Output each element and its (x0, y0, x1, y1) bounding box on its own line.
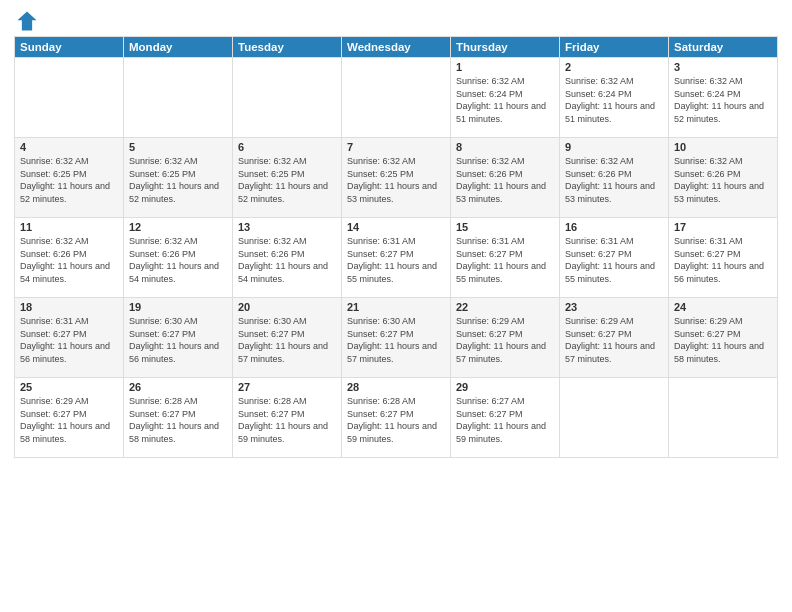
calendar-cell: 16Sunrise: 6:31 AM Sunset: 6:27 PM Dayli… (560, 218, 669, 298)
day-number: 2 (565, 61, 663, 73)
day-info: Sunrise: 6:31 AM Sunset: 6:27 PM Dayligh… (565, 235, 663, 285)
calendar-cell (233, 58, 342, 138)
logo-icon (16, 10, 38, 32)
day-info: Sunrise: 6:29 AM Sunset: 6:27 PM Dayligh… (565, 315, 663, 365)
calendar-cell: 24Sunrise: 6:29 AM Sunset: 6:27 PM Dayli… (669, 298, 778, 378)
calendar-cell: 11Sunrise: 6:32 AM Sunset: 6:26 PM Dayli… (15, 218, 124, 298)
day-info: Sunrise: 6:28 AM Sunset: 6:27 PM Dayligh… (347, 395, 445, 445)
day-number: 4 (20, 141, 118, 153)
day-info: Sunrise: 6:31 AM Sunset: 6:27 PM Dayligh… (20, 315, 118, 365)
header-tuesday: Tuesday (233, 37, 342, 58)
calendar-cell (560, 378, 669, 458)
calendar-cell: 13Sunrise: 6:32 AM Sunset: 6:26 PM Dayli… (233, 218, 342, 298)
calendar-cell: 8Sunrise: 6:32 AM Sunset: 6:26 PM Daylig… (451, 138, 560, 218)
day-info: Sunrise: 6:32 AM Sunset: 6:26 PM Dayligh… (456, 155, 554, 205)
calendar-cell: 23Sunrise: 6:29 AM Sunset: 6:27 PM Dayli… (560, 298, 669, 378)
day-info: Sunrise: 6:32 AM Sunset: 6:24 PM Dayligh… (674, 75, 772, 125)
day-info: Sunrise: 6:32 AM Sunset: 6:25 PM Dayligh… (20, 155, 118, 205)
calendar-cell: 6Sunrise: 6:32 AM Sunset: 6:25 PM Daylig… (233, 138, 342, 218)
calendar-cell: 25Sunrise: 6:29 AM Sunset: 6:27 PM Dayli… (15, 378, 124, 458)
day-info: Sunrise: 6:32 AM Sunset: 6:24 PM Dayligh… (456, 75, 554, 125)
day-info: Sunrise: 6:30 AM Sunset: 6:27 PM Dayligh… (347, 315, 445, 365)
calendar-cell (669, 378, 778, 458)
day-number: 19 (129, 301, 227, 313)
calendar-cell: 17Sunrise: 6:31 AM Sunset: 6:27 PM Dayli… (669, 218, 778, 298)
calendar-cell: 29Sunrise: 6:27 AM Sunset: 6:27 PM Dayli… (451, 378, 560, 458)
header-saturday: Saturday (669, 37, 778, 58)
day-number: 9 (565, 141, 663, 153)
day-number: 28 (347, 381, 445, 393)
header-monday: Monday (124, 37, 233, 58)
day-number: 7 (347, 141, 445, 153)
day-info: Sunrise: 6:32 AM Sunset: 6:24 PM Dayligh… (565, 75, 663, 125)
day-number: 17 (674, 221, 772, 233)
day-number: 10 (674, 141, 772, 153)
day-info: Sunrise: 6:32 AM Sunset: 6:25 PM Dayligh… (129, 155, 227, 205)
calendar-cell (15, 58, 124, 138)
calendar-cell (124, 58, 233, 138)
week-row-4: 25Sunrise: 6:29 AM Sunset: 6:27 PM Dayli… (15, 378, 778, 458)
week-row-3: 18Sunrise: 6:31 AM Sunset: 6:27 PM Dayli… (15, 298, 778, 378)
day-number: 6 (238, 141, 336, 153)
day-info: Sunrise: 6:30 AM Sunset: 6:27 PM Dayligh… (129, 315, 227, 365)
calendar-cell: 14Sunrise: 6:31 AM Sunset: 6:27 PM Dayli… (342, 218, 451, 298)
week-row-0: 1Sunrise: 6:32 AM Sunset: 6:24 PM Daylig… (15, 58, 778, 138)
day-number: 8 (456, 141, 554, 153)
week-row-1: 4Sunrise: 6:32 AM Sunset: 6:25 PM Daylig… (15, 138, 778, 218)
calendar-cell: 7Sunrise: 6:32 AM Sunset: 6:25 PM Daylig… (342, 138, 451, 218)
day-number: 5 (129, 141, 227, 153)
day-number: 25 (20, 381, 118, 393)
calendar-cell: 20Sunrise: 6:30 AM Sunset: 6:27 PM Dayli… (233, 298, 342, 378)
day-info: Sunrise: 6:31 AM Sunset: 6:27 PM Dayligh… (674, 235, 772, 285)
day-info: Sunrise: 6:27 AM Sunset: 6:27 PM Dayligh… (456, 395, 554, 445)
header (14, 10, 778, 32)
day-number: 22 (456, 301, 554, 313)
calendar-cell: 10Sunrise: 6:32 AM Sunset: 6:26 PM Dayli… (669, 138, 778, 218)
calendar-cell: 12Sunrise: 6:32 AM Sunset: 6:26 PM Dayli… (124, 218, 233, 298)
calendar-cell: 4Sunrise: 6:32 AM Sunset: 6:25 PM Daylig… (15, 138, 124, 218)
calendar-cell: 15Sunrise: 6:31 AM Sunset: 6:27 PM Dayli… (451, 218, 560, 298)
day-number: 15 (456, 221, 554, 233)
day-number: 27 (238, 381, 336, 393)
day-info: Sunrise: 6:32 AM Sunset: 6:26 PM Dayligh… (674, 155, 772, 205)
logo (14, 10, 40, 32)
calendar-cell: 26Sunrise: 6:28 AM Sunset: 6:27 PM Dayli… (124, 378, 233, 458)
day-info: Sunrise: 6:32 AM Sunset: 6:25 PM Dayligh… (347, 155, 445, 205)
page-container: SundayMondayTuesdayWednesdayThursdayFrid… (0, 0, 792, 612)
day-info: Sunrise: 6:31 AM Sunset: 6:27 PM Dayligh… (456, 235, 554, 285)
day-info: Sunrise: 6:29 AM Sunset: 6:27 PM Dayligh… (20, 395, 118, 445)
day-info: Sunrise: 6:32 AM Sunset: 6:26 PM Dayligh… (565, 155, 663, 205)
week-row-2: 11Sunrise: 6:32 AM Sunset: 6:26 PM Dayli… (15, 218, 778, 298)
calendar-cell: 22Sunrise: 6:29 AM Sunset: 6:27 PM Dayli… (451, 298, 560, 378)
day-info: Sunrise: 6:32 AM Sunset: 6:26 PM Dayligh… (129, 235, 227, 285)
calendar-cell: 19Sunrise: 6:30 AM Sunset: 6:27 PM Dayli… (124, 298, 233, 378)
header-sunday: Sunday (15, 37, 124, 58)
svg-marker-0 (17, 11, 36, 30)
calendar-cell: 1Sunrise: 6:32 AM Sunset: 6:24 PM Daylig… (451, 58, 560, 138)
day-number: 11 (20, 221, 118, 233)
day-info: Sunrise: 6:30 AM Sunset: 6:27 PM Dayligh… (238, 315, 336, 365)
calendar-cell: 5Sunrise: 6:32 AM Sunset: 6:25 PM Daylig… (124, 138, 233, 218)
day-number: 24 (674, 301, 772, 313)
calendar-cell: 27Sunrise: 6:28 AM Sunset: 6:27 PM Dayli… (233, 378, 342, 458)
calendar-cell: 28Sunrise: 6:28 AM Sunset: 6:27 PM Dayli… (342, 378, 451, 458)
calendar-table: SundayMondayTuesdayWednesdayThursdayFrid… (14, 36, 778, 458)
day-info: Sunrise: 6:29 AM Sunset: 6:27 PM Dayligh… (674, 315, 772, 365)
day-number: 14 (347, 221, 445, 233)
calendar-cell: 3Sunrise: 6:32 AM Sunset: 6:24 PM Daylig… (669, 58, 778, 138)
calendar-cell: 18Sunrise: 6:31 AM Sunset: 6:27 PM Dayli… (15, 298, 124, 378)
day-number: 13 (238, 221, 336, 233)
day-info: Sunrise: 6:32 AM Sunset: 6:25 PM Dayligh… (238, 155, 336, 205)
day-info: Sunrise: 6:32 AM Sunset: 6:26 PM Dayligh… (238, 235, 336, 285)
day-number: 3 (674, 61, 772, 73)
day-number: 20 (238, 301, 336, 313)
calendar-cell: 2Sunrise: 6:32 AM Sunset: 6:24 PM Daylig… (560, 58, 669, 138)
calendar-cell: 9Sunrise: 6:32 AM Sunset: 6:26 PM Daylig… (560, 138, 669, 218)
day-number: 29 (456, 381, 554, 393)
header-wednesday: Wednesday (342, 37, 451, 58)
day-number: 26 (129, 381, 227, 393)
day-info: Sunrise: 6:31 AM Sunset: 6:27 PM Dayligh… (347, 235, 445, 285)
day-number: 1 (456, 61, 554, 73)
day-number: 12 (129, 221, 227, 233)
day-number: 16 (565, 221, 663, 233)
